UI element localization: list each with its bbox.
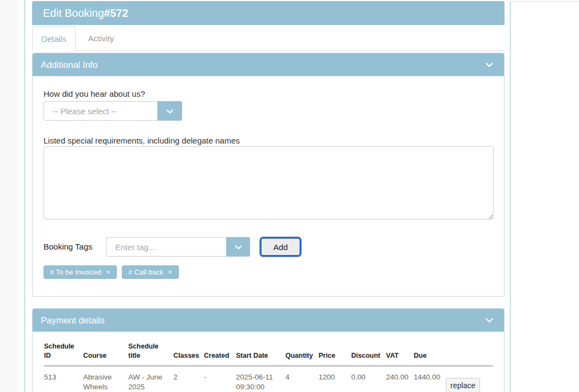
- tab-bar: Details Activity: [32, 25, 505, 53]
- additional-info-panel: Additional Info How did you hear about u…: [32, 53, 505, 297]
- cell-quantity: 4: [285, 366, 319, 392]
- remove-tag-icon[interactable]: ×: [168, 268, 172, 276]
- tab-activity[interactable]: Activity: [76, 26, 126, 51]
- col-schedule-title: Schedule title: [128, 342, 173, 360]
- chevron-down-icon[interactable]: [485, 63, 493, 67]
- hear-about-dropdown-button[interactable]: [158, 101, 182, 121]
- tab-details[interactable]: Details: [32, 26, 76, 51]
- tag-pill-to-be-invoiced: # To be Invoiced ×: [43, 265, 117, 279]
- cell-actions: replace: [446, 366, 493, 392]
- cell-start-date: 2025-06-11 09:30:00: [236, 366, 285, 392]
- tab-activity-label: Activity: [88, 34, 114, 43]
- tag-input-group: [106, 237, 250, 257]
- vertical-divider-right: [510, 2, 510, 392]
- booking-number: #572: [104, 7, 128, 20]
- col-start-date: Start Date: [236, 351, 285, 360]
- hear-about-placeholder: -- Please select --: [53, 107, 117, 116]
- requirements-textarea[interactable]: [43, 146, 494, 220]
- col-due: Due: [414, 351, 446, 360]
- vertical-divider-left: [24, 0, 25, 392]
- main-content: Edit Booking #572 Details Activity Addit…: [32, 1, 505, 392]
- chevron-down-icon[interactable]: [485, 318, 493, 323]
- cell-due: 1440.00: [414, 366, 446, 392]
- col-schedule-id: Schedule ID: [44, 342, 83, 360]
- remove-tag-icon[interactable]: ×: [106, 268, 110, 276]
- payment-details-title: Payment details: [41, 315, 104, 326]
- cell-vat: 240.00: [386, 366, 414, 392]
- replace-button[interactable]: replace: [446, 378, 480, 392]
- cell-course: Abrasive Wheels: [83, 366, 128, 392]
- hear-about-label: How did you hear about us?: [43, 89, 145, 98]
- col-course: Course: [83, 351, 128, 360]
- cell-schedule-id: 513: [44, 366, 83, 392]
- booking-tags-list: # To be Invoiced × # Call back ×: [43, 265, 179, 279]
- left-gutter: [0, 0, 18, 392]
- col-quantity: Quantity: [285, 351, 319, 360]
- hear-about-select-value[interactable]: -- Please select --: [43, 101, 158, 121]
- requirements-label: Listed special requirements, including d…: [43, 136, 240, 145]
- table-row: 513 Abrasive Wheels AW - June 2025 2 - 2…: [44, 366, 493, 392]
- tag-pill-label: # To be Invoiced: [50, 268, 101, 276]
- tag-input[interactable]: [106, 237, 226, 257]
- payment-details-panel: Payment details Schedule ID Course Sched…: [32, 308, 505, 392]
- tag-dropdown-button[interactable]: [226, 237, 250, 257]
- col-price: Price: [319, 351, 351, 360]
- tag-pill-label: # Call back: [128, 268, 163, 276]
- cell-price: 1200: [319, 366, 351, 392]
- booking-tags-row: Booking Tags Add: [33, 237, 504, 257]
- cell-created: -: [204, 366, 236, 392]
- booking-tags-label: Booking Tags: [43, 242, 92, 251]
- top-border-line: [510, 1, 579, 2]
- tab-details-label: Details: [41, 34, 66, 43]
- payment-details-header[interactable]: Payment details: [33, 309, 504, 332]
- chevron-down-icon: [166, 107, 173, 115]
- payment-table-header: Schedule ID Course Schedule title Classe…: [44, 342, 493, 366]
- col-created: Created: [204, 351, 236, 360]
- additional-info-title: Additional Info: [41, 60, 98, 70]
- page-title-text: Edit Booking: [43, 7, 104, 20]
- payment-table: Schedule ID Course Schedule title Classe…: [44, 342, 493, 392]
- additional-info-header[interactable]: Additional Info: [33, 53, 504, 76]
- col-vat: VAT: [386, 351, 414, 360]
- chevron-down-icon: [235, 243, 242, 251]
- add-tag-button[interactable]: Add: [260, 237, 301, 257]
- page-title: Edit Booking #572: [32, 1, 505, 25]
- cell-schedule-title: AW - June 2025: [128, 366, 173, 392]
- hear-about-select[interactable]: -- Please select --: [43, 101, 182, 121]
- cell-discount: 0.00: [351, 366, 386, 392]
- col-classes: Classes: [173, 351, 204, 360]
- col-discount: Discount: [351, 351, 386, 360]
- cell-classes: 2: [173, 366, 204, 392]
- edit-booking-page: Edit Booking #572 Details Activity Addit…: [0, 0, 579, 392]
- tag-pill-call-back: # Call back ×: [122, 265, 179, 279]
